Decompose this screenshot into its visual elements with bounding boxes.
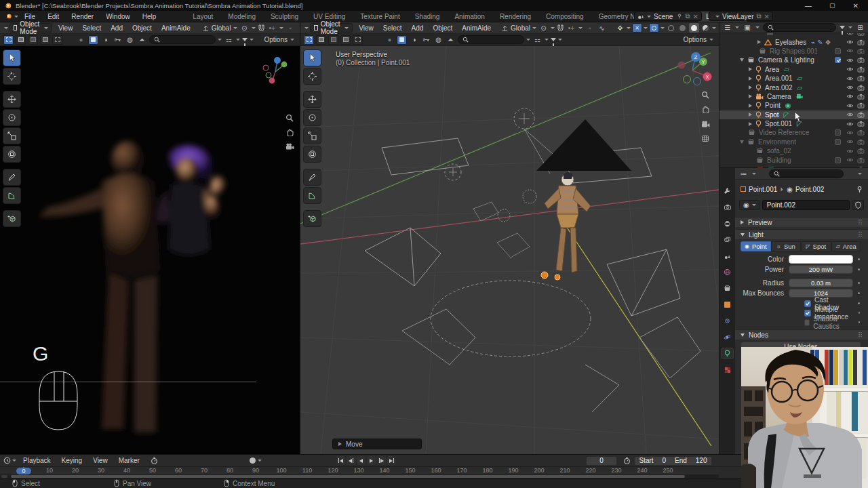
collection-checkbox[interactable] — [835, 157, 841, 163]
hide-eye-icon[interactable] — [846, 148, 854, 154]
axis-gizmo[interactable]: Z Y X — [675, 50, 713, 88]
tab-rendering[interactable]: Rendering — [492, 12, 538, 22]
tool-scale[interactable] — [3, 127, 21, 144]
tab-physics-icon[interactable] — [722, 332, 733, 342]
tab-sculpting[interactable]: Sculpting — [263, 12, 306, 22]
outliner-filter-icon[interactable] — [840, 26, 845, 29]
toggle-d-icon[interactable]: 🗝 — [113, 35, 123, 44]
hide-eye-icon[interactable] — [846, 130, 854, 136]
timeline-menu-item[interactable]: Playback — [18, 457, 56, 464]
shadow-caustics-checkbox[interactable] — [804, 319, 810, 326]
pivot-point-icon[interactable]: ⊙ — [239, 24, 250, 33]
tab-layout[interactable]: Layout — [185, 12, 220, 22]
collection-checkbox[interactable] — [835, 57, 841, 63]
next-keyframe-button[interactable] — [377, 456, 386, 465]
light-type-area[interactable]: ▱Area — [831, 241, 862, 251]
animate-dot[interactable] — [858, 258, 860, 260]
minimize-button[interactable]: — — [805, 2, 812, 9]
tab-animation[interactable]: Animation — [447, 12, 492, 22]
outliner-scope-icon[interactable]: ▣ — [743, 23, 751, 32]
shading-rendered-icon[interactable] — [701, 23, 711, 33]
viewport-menu-item[interactable]: Select — [77, 24, 106, 32]
app-menu-item[interactable]: Help — [136, 13, 163, 20]
datablock-name-field[interactable]: Point.002 — [762, 200, 850, 210]
hide-eye-icon[interactable] — [846, 85, 854, 90]
breadcrumb-object[interactable]: Point.001 — [749, 186, 777, 193]
disable-render-icon[interactable] — [857, 166, 865, 167]
close-scene-icon[interactable]: ✕ — [693, 13, 698, 20]
toggle-c-icon[interactable]: ◑ — [409, 35, 419, 44]
animate-dot[interactable] — [858, 292, 860, 294]
tab-collection-icon[interactable] — [722, 283, 733, 293]
new-scene-icon[interactable]: ⧉ — [685, 12, 690, 20]
disable-render-icon[interactable] — [857, 157, 865, 163]
gizmos-toggle-icon[interactable]: ✥ — [615, 24, 625, 33]
outliner-row-video-reference[interactable]: Video Reference — [719, 128, 868, 137]
search-field[interactable] — [149, 35, 216, 44]
hide-eye-icon[interactable] — [846, 58, 854, 63]
disable-render-icon[interactable] — [857, 39, 865, 45]
new-viewlayer-icon[interactable]: ⧉ — [756, 12, 761, 20]
viewport-left[interactable]: Object Mode ViewSelectAddObjectAnimAide … — [0, 22, 300, 454]
panel-nodes[interactable]: Nodes ⠿ — [735, 329, 868, 340]
snap-list-icon[interactable]: ⚏ — [224, 35, 234, 44]
select-mode-invert-icon[interactable] — [340, 35, 351, 45]
color-swatch[interactable] — [789, 255, 853, 264]
maximize-button[interactable]: ▢ — [829, 2, 835, 9]
outliner-row-point[interactable]: Point ◉ — [719, 101, 868, 110]
zoom-view-icon[interactable] — [698, 88, 713, 102]
new-collection-icon[interactable]: ⊞ — [856, 23, 865, 32]
collection-checkbox[interactable] — [835, 129, 841, 136]
proportional-editing-icon[interactable]: ◦ — [585, 24, 595, 33]
animate-dot[interactable] — [859, 321, 860, 323]
app-menu-item[interactable]: File — [18, 13, 41, 20]
tab-tool-icon[interactable] — [722, 186, 733, 196]
tool-measure[interactable] — [3, 187, 21, 204]
hide-eye-icon[interactable] — [846, 157, 854, 163]
hide-eye-icon[interactable] — [846, 66, 854, 72]
camera-view-icon[interactable] — [698, 117, 713, 131]
tool-move[interactable] — [3, 91, 21, 108]
outliner-row-area[interactable]: Area ▱ — [719, 65, 868, 74]
viewport-menu-item[interactable]: AnimAide — [457, 24, 496, 32]
auto-keying-record-icon[interactable] — [250, 458, 256, 464]
disable-render-icon[interactable] — [857, 75, 865, 81]
mode-selector[interactable]: Object Mode — [310, 23, 353, 33]
tool-cursor[interactable] — [3, 68, 21, 85]
orientation-label[interactable]: Global — [212, 24, 231, 32]
viewport-menu-item[interactable]: AnimAide — [157, 24, 195, 32]
tool-measure[interactable] — [303, 187, 321, 204]
app-menu-item[interactable]: Window — [100, 13, 136, 20]
options-dropdown[interactable]: Options — [684, 36, 715, 43]
select-mode-new-icon[interactable] — [304, 35, 314, 45]
toggle-c-icon[interactable]: ◑ — [100, 35, 111, 44]
frame-ruler[interactable]: 1020304050607080901001101201301401501601… — [0, 467, 719, 474]
app-menu-item[interactable]: Edit — [41, 13, 65, 20]
cast-shadow-checkbox[interactable] — [804, 300, 811, 307]
scene-selector[interactable]: Scene ⧉ ✕ — [634, 12, 702, 21]
play-button[interactable] — [367, 456, 376, 465]
tool-move[interactable] — [303, 91, 321, 108]
disable-render-icon[interactable] — [857, 102, 865, 108]
tab-render-icon[interactable] — [722, 202, 733, 212]
tab-constraints-icon[interactable] — [722, 316, 733, 326]
end-value[interactable]: 120 — [696, 457, 707, 464]
outliner-row-area-001[interactable]: Area.001 ▱ — [719, 74, 868, 83]
select-mode-extend-icon[interactable] — [16, 35, 26, 45]
pin-icon[interactable] — [856, 186, 863, 193]
tab-scene-icon[interactable] — [722, 251, 733, 261]
viewport-menu-item[interactable]: Add — [106, 24, 127, 32]
shading-wireframe-icon[interactable] — [666, 23, 676, 33]
tool-transform[interactable] — [3, 146, 21, 163]
proportional-editing-icon[interactable]: ◦ — [285, 24, 296, 33]
light-datablock-dropdown[interactable]: ◉ — [739, 200, 760, 210]
tab-output-icon[interactable] — [722, 218, 733, 228]
toggle-b-icon[interactable] — [397, 35, 407, 45]
frame-range-widget[interactable]: Start 0 End 120 — [634, 456, 712, 466]
perspective-toggle-icon[interactable] — [698, 131, 713, 145]
disable-render-icon[interactable] — [857, 66, 865, 73]
disable-render-icon[interactable] — [857, 48, 865, 54]
tab-viewlayer-icon[interactable] — [722, 235, 733, 245]
play-reverse-button[interactable] — [357, 456, 366, 465]
toggle-f-icon[interactable]: ⏶ — [446, 35, 456, 44]
